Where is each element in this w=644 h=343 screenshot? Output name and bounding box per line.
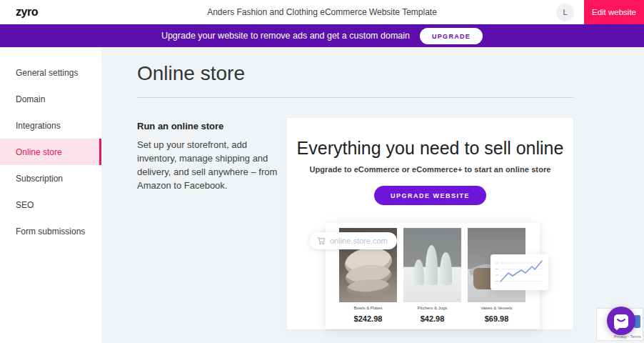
store-url-text: online.store.com [330,237,388,245]
chat-widget-button[interactable] [607,307,635,335]
product-price: $242.98 [339,314,397,323]
product-image-pitchers [403,228,461,302]
sidebar-item-form-submissions[interactable]: Form submissions [0,218,101,244]
product-price: $42.98 [403,314,461,323]
sidebar-item-subscription[interactable]: Subscription [0,165,101,192]
cart-icon [317,237,326,245]
section-description: Set up your storefront, add inventory, m… [137,138,288,192]
upgrade-banner: Upgrade your website to remove ads and g… [0,24,644,47]
sidebar-item-online-store[interactable]: Online store [0,139,101,165]
sidebar-item-general-settings[interactable]: General settings [0,59,101,86]
upgrade-promo-card: Everything you need to sell online Upgra… [287,118,573,329]
site-title: Anders Fashion and Clothing eCommerce We… [0,7,644,17]
zyro-logo[interactable]: zyro [16,6,38,19]
sales-sparkline-chart [490,254,548,290]
top-bar: zyro Anders Fashion and Clothing eCommer… [0,0,644,24]
promo-subheading: Upgrade to eCommerce or eCommerce+ to st… [287,165,573,174]
recaptcha-terms-text[interactable]: Privacy - Terms [614,334,641,339]
product-name: Vases & Vessels [479,306,514,311]
online-store-section: Run an online store Set up your storefro… [137,121,288,192]
title-divider [137,97,573,98]
edit-website-button[interactable]: Edit website [584,0,644,24]
product-card: Pitchers & Jugs $42.98 [403,228,461,329]
sidebar-item-domain[interactable]: Domain [0,86,101,112]
product-name: Pitchers & Jugs [415,306,450,311]
sales-chart-card [490,254,548,290]
sidebar-item-seo[interactable]: SEO [0,192,101,218]
user-avatar[interactable]: L [556,4,574,21]
sidebar-item-integrations[interactable]: Integrations [0,112,101,139]
upgrade-website-button[interactable]: UPGRADE WEBSITE [374,186,486,205]
store-url-pill: online.store.com [309,232,397,249]
upgrade-banner-button[interactable]: UPGRADE [420,28,483,44]
upgrade-banner-text: Upgrade your website to remove ads and g… [161,31,410,41]
section-heading: Run an online store [137,121,288,131]
settings-sidebar: General settings Domain Integrations Onl… [0,47,101,343]
page-title: Online store [137,62,644,85]
app-window: zyro Anders Fashion and Clothing eCommer… [0,0,644,343]
promo-heading: Everything you need to sell online [287,138,573,159]
product-price: $69.98 [468,314,525,323]
top-bar-right: L Edit website [556,0,644,24]
product-name: Bowls & Plates [351,306,386,311]
main-content: Online store Run an online store Set up … [101,47,644,343]
chat-bubble-icon [614,314,628,328]
